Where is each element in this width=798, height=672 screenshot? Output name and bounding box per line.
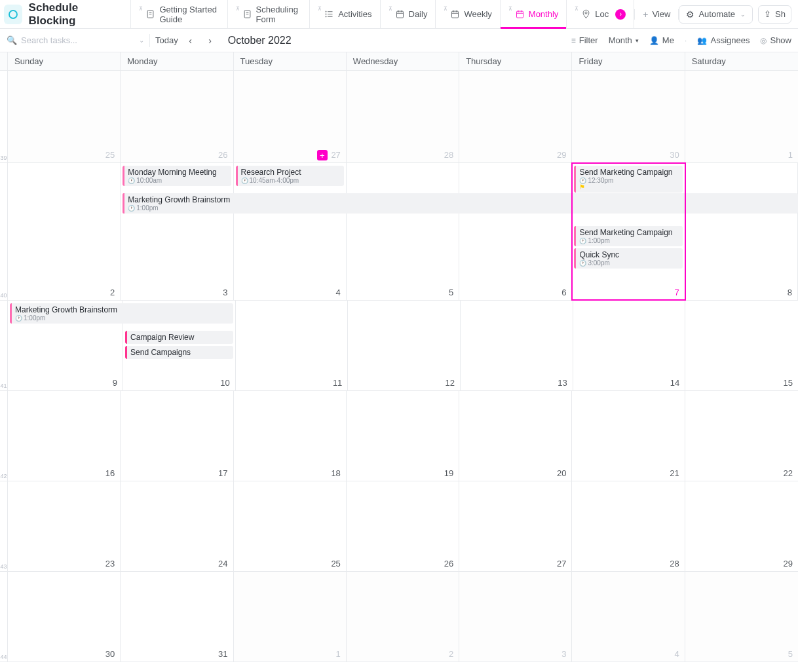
calendar-day[interactable]: 20 — [459, 391, 572, 481]
calendar-day[interactable]: Research Project🕐10:45am-4:00pm4 — [234, 163, 347, 300]
day-events — [572, 391, 684, 394]
calendar-day[interactable]: Marketing Growth Brainstorm🕐1:00pm9 — [8, 301, 123, 390]
calendar-day[interactable]: 31 — [121, 572, 233, 662]
calendar-event[interactable]: Research Project🕐10:45am-4:00pm — [236, 166, 344, 186]
chevron-down-icon: ⌄ — [740, 11, 746, 18]
assignees-button[interactable]: 👥 Assignees — [697, 35, 750, 45]
calendar-day[interactable]: 14 — [573, 301, 686, 390]
calendar-event-span[interactable]: Marketing Growth Brainstorm🕐1:00pm — [123, 193, 798, 214]
tab-daily[interactable]: ⊼Daily — [380, 0, 436, 28]
calendar-day[interactable]: 6 — [459, 163, 572, 300]
filter-button[interactable]: ≡ Filter — [571, 35, 598, 45]
show-button[interactable]: ◎ Show — [760, 35, 791, 45]
calendar-day[interactable]: 5 — [347, 163, 459, 300]
calendar-event[interactable]: Campaign Review — [125, 331, 233, 344]
calendar-day[interactable]: +27 — [234, 71, 347, 162]
calendar-day[interactable]: 22 — [685, 391, 798, 481]
calendar-event[interactable]: Monday Morning Meeting🕐10:00am — [123, 166, 231, 186]
share-button[interactable]: ⇪ Sh — [758, 5, 791, 24]
automate-button[interactable]: ⚙ Automate ⌄ — [679, 5, 753, 24]
period-select[interactable]: Month ▾ — [609, 35, 639, 45]
day-number: 1 — [788, 150, 793, 160]
day-events — [347, 481, 459, 484]
calendar-event[interactable]: Send Marketing Campaign🕐1:00pm — [574, 226, 682, 246]
day-number: 5 — [788, 649, 793, 659]
calendar-day[interactable]: 18 — [234, 391, 347, 481]
scroll-right-badge[interactable]: › — [615, 9, 626, 20]
calendar-day[interactable]: 26 — [347, 481, 459, 571]
tab-monthly[interactable]: ⊼Monthly — [500, 0, 567, 28]
calendar-day[interactable]: 12 — [348, 301, 461, 390]
calendar-day[interactable]: 27 — [459, 481, 572, 571]
calendar-day[interactable]: 29 — [459, 71, 572, 162]
search-input[interactable] — [21, 35, 119, 45]
calendar-day[interactable]: 23 — [8, 481, 121, 571]
day-number: 7 — [674, 288, 679, 297]
day-number: 2 — [110, 288, 115, 297]
calendar-day[interactable]: 21 — [572, 391, 685, 481]
calendar-day[interactable]: 1 — [234, 572, 347, 662]
calendar-day[interactable]: 28 — [347, 71, 459, 162]
calendar-day[interactable]: 1 — [685, 71, 798, 162]
day-events — [234, 71, 346, 73]
day-number: 8 — [788, 288, 792, 297]
day-number: 2 — [449, 649, 453, 659]
calendar-day[interactable]: 11 — [236, 301, 349, 390]
day-events — [236, 301, 348, 303]
day-events — [572, 71, 684, 73]
tab-getting-started-guide[interactable]: ⊼Getting Started Guide — [130, 0, 227, 28]
day-number: 23 — [105, 559, 115, 569]
calendar-event[interactable]: Send Marketing Campaign🕐12:30pm⚑ — [574, 166, 682, 193]
calendar-day[interactable]: 4 — [572, 572, 685, 662]
add-view-label: View — [652, 9, 670, 19]
calendar-day[interactable]: 24 — [121, 481, 233, 571]
cal-icon — [395, 9, 405, 19]
add-event-button[interactable]: + — [317, 150, 328, 160]
calendar-day[interactable]: 25 — [234, 481, 347, 571]
calendar-day[interactable]: 29 — [685, 481, 798, 571]
add-view-button[interactable]: + View — [634, 9, 679, 20]
list-icon — [324, 9, 334, 19]
tab-loc[interactable]: ⊼Loc› — [566, 0, 634, 28]
calendar-day[interactable]: 25 — [8, 71, 121, 162]
calendar-day[interactable]: 3 — [459, 572, 572, 662]
calendar-day[interactable]: 15 — [685, 301, 798, 390]
calendar-day[interactable]: 30 — [572, 71, 685, 162]
search-wrap: 🔍 ⌄ — [7, 35, 144, 45]
calendar-day[interactable]: 16 — [8, 391, 121, 481]
header-right-controls: ⚙ Automate ⌄ ⇪ Sh — [679, 5, 794, 24]
tab-scheduling-form[interactable]: ⊼Scheduling Form — [227, 0, 310, 28]
chevron-down-icon[interactable]: ⌄ — [139, 37, 144, 44]
dow-tuesday: Tuesday — [234, 52, 347, 70]
calendar-day[interactable]: 5 — [685, 572, 798, 662]
calendar-day[interactable]: 2 — [8, 163, 121, 300]
today-button[interactable]: Today — [155, 35, 178, 45]
dow-wednesday: Wednesday — [347, 52, 459, 70]
day-number: 14 — [670, 378, 679, 388]
tab-weekly[interactable]: ⊼Weekly — [435, 0, 499, 28]
calendar-day[interactable]: 26 — [121, 71, 233, 162]
filter-icon: ≡ — [571, 36, 576, 45]
calendar-event[interactable]: Send Campaigns — [125, 346, 233, 359]
day-number: 25 — [331, 559, 340, 569]
gutter — [0, 52, 8, 70]
calendar-day[interactable]: 28 — [572, 481, 685, 571]
tab-activities[interactable]: ⊼Activities — [309, 0, 379, 28]
calendar-event[interactable]: Marketing Growth Brainstorm🕐1:00pm — [10, 303, 233, 324]
calendar-day[interactable]: 2 — [347, 572, 459, 662]
calendar-day[interactable]: 13 — [461, 301, 573, 390]
day-number: 31 — [218, 649, 227, 659]
calendar-day[interactable]: Monday Morning Meeting🕐10:00am3 — [121, 163, 233, 300]
day-number: 9 — [113, 378, 117, 388]
prev-month-button[interactable]: ‹ — [183, 33, 198, 48]
next-month-button[interactable]: › — [203, 33, 218, 48]
calendar-day[interactable]: 17 — [121, 391, 233, 481]
me-button[interactable]: 👤 Me — [649, 35, 674, 45]
calendar-day[interactable]: Send Marketing Campaign🕐12:30pm⚑Send Mar… — [572, 163, 685, 300]
calendar-day[interactable]: 8 — [685, 163, 798, 300]
day-events — [8, 481, 120, 484]
calendar-day[interactable]: 19 — [347, 391, 459, 481]
calendar-event[interactable]: Quick Sync🕐3:00pm — [574, 248, 682, 269]
calendar-day[interactable]: 30 — [8, 572, 121, 662]
day-events — [685, 391, 798, 394]
